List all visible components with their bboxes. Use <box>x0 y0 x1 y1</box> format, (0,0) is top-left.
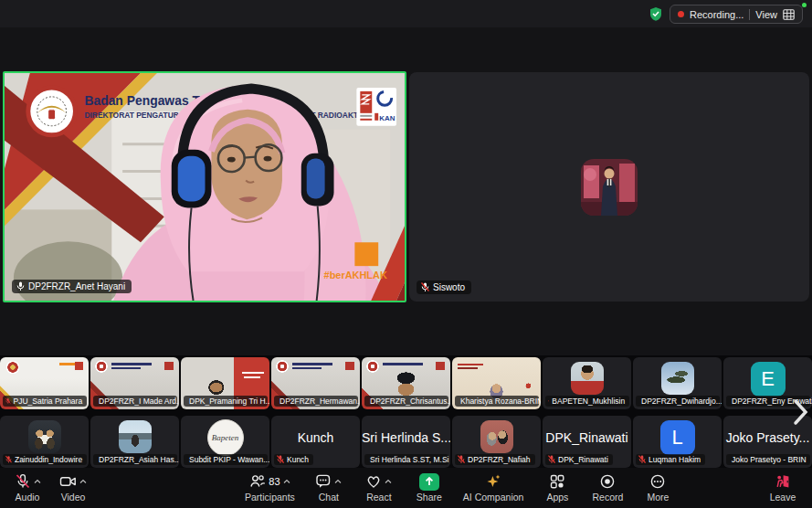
participant-display-name: Joko Prasety... <box>723 430 812 445</box>
participants-icon <box>249 473 266 490</box>
ai-companion-sparkle-icon <box>485 473 501 490</box>
participant-photo-avatar <box>480 420 513 453</box>
mic-icon <box>16 281 25 291</box>
audio-button[interactable]: Audio <box>7 471 47 505</box>
participant-initial-avatar: E <box>751 362 786 397</box>
participant-logo-avatar: Bapeten <box>207 419 244 456</box>
participant-name-tag: Kharistya Rozana-BRIN <box>455 396 539 407</box>
hashtag-text: #berAKHLAK <box>324 270 387 280</box>
participant-name-tag: Kunch <box>274 454 313 465</box>
participant-tile[interactable]: DPK_Pramaning Tri H... <box>181 357 269 409</box>
participant-display-name: Sri Herlinda S... <box>362 430 450 445</box>
muted-mic-icon <box>421 282 429 292</box>
muted-mic-icon <box>5 397 11 406</box>
participant-name-tag: DP2FRZR_Asiah Has... <box>93 454 177 465</box>
video-menu-caret-icon[interactable] <box>79 479 87 484</box>
react-menu-caret-icon[interactable] <box>385 479 392 484</box>
participant-tile[interactable]: Kunch Kunch <box>271 416 360 468</box>
zoom-meeting-window: Recording... View <box>0 0 812 508</box>
participant-photo-avatar <box>119 420 152 453</box>
muted-mic-icon <box>5 455 12 464</box>
participant-photo-avatar <box>571 362 604 395</box>
participant-avatar <box>581 159 638 216</box>
react-button[interactable]: React <box>359 471 399 505</box>
participant-video-siswoto[interactable]: Siswoto <box>409 72 809 302</box>
pill-divider <box>749 9 750 20</box>
participant-tile[interactable]: Kharistya Rozana-BRIN <box>452 357 541 409</box>
participants-button[interactable]: 83 Participants <box>241 471 299 505</box>
gallery-row: Zainuddin_Indowire DP2FRZR_Asiah Has... … <box>0 416 812 468</box>
participant-photo-avatar <box>28 420 61 453</box>
participant-tile[interactable]: PJU_Satria Prahara <box>0 357 89 409</box>
participant-tile[interactable]: DP2FRZR_I Made Ard... <box>90 357 179 409</box>
participant-name-tag: DP2FRZR_Nafiah <box>455 454 535 465</box>
participant-name-tag: DPK_Rinawati <box>545 454 613 465</box>
participant-name-tag: Zainuddin_Indowire <box>3 454 87 465</box>
participant-name-tag: DP2FRZR_Chrisantus... <box>364 396 448 407</box>
gallery-row: PJU_Satria Prahara DP2FRZR_I Made Ard... <box>0 357 812 409</box>
camera-icon <box>59 473 77 490</box>
leave-icon <box>775 473 791 490</box>
participant-name-tag: Luqman Hakim <box>636 454 705 465</box>
participant-tile[interactable]: BAPETEN_Mukhlisin <box>543 357 631 409</box>
participant-tile[interactable]: Zainuddin_Indowire <box>0 416 89 468</box>
participant-name-tag: BAPETEN_Mukhlisin <box>545 396 629 407</box>
participant-tile[interactable]: DP2FRZR_Dwihardjo... <box>633 357 722 409</box>
participant-name-tag: Joko Prasetyo - BRIN <box>726 454 810 465</box>
participant-tile[interactable]: DPK_Rinawati DPK_Rinawati <box>543 416 631 468</box>
speaker-name: DP2FRZR_Anet Hayani <box>28 281 125 291</box>
participant-name-tag: DPK_Pramaning Tri H... <box>184 396 268 407</box>
record-icon <box>599 473 616 490</box>
participant-name-tag: DP2FRZR_Dwihardjo... <box>636 396 720 407</box>
participant-tile[interactable]: L Luqman Hakim <box>633 416 722 468</box>
participants-menu-caret-icon[interactable] <box>283 479 290 484</box>
participant-tile[interactable]: Sri Herlinda S... Sri Herlinda S.ST, M.S… <box>362 416 450 468</box>
speaker-stage: Badan Pengawas Tenaga Nuklir DIREKTORAT … <box>0 27 812 350</box>
participant-display-name: Kunch <box>271 430 360 445</box>
participant-name-tag: Subdit PKIP - Wawan... <box>184 454 268 465</box>
audio-menu-caret-icon[interactable] <box>34 479 41 484</box>
speaker-name-tag: DP2FRZR_Anet Hayani <box>12 280 132 293</box>
muted-mic-icon <box>277 455 284 464</box>
participant-tile[interactable]: DP2FRZR_Hermawan... <box>271 357 360 409</box>
chat-menu-caret-icon[interactable] <box>334 479 342 484</box>
record-button[interactable]: Record <box>587 471 627 505</box>
participant-initial-avatar: L <box>660 420 695 455</box>
participant-tile[interactable]: DP2FRZR_Chrisantus... <box>362 357 450 409</box>
leave-button[interactable]: Leave <box>763 471 803 505</box>
share-screen-icon <box>419 473 439 491</box>
security-shield-icon[interactable] <box>649 6 663 22</box>
participant-name-tag: Siswoto <box>417 280 471 294</box>
active-speaker-video[interactable]: Badan Pengawas Tenaga Nuklir DIREKTORAT … <box>3 71 406 302</box>
participant-tile[interactable]: Bapeten Subdit PKIP - Wawan... <box>181 416 269 468</box>
recording-status: Recording... <box>690 9 743 20</box>
participant-tile[interactable]: DP2FRZR_Asiah Has... <box>90 416 179 468</box>
participant-name-tag: PJU_Satria Prahara <box>3 396 87 407</box>
next-page-chevron-icon[interactable] <box>791 397 809 427</box>
participant-tile[interactable]: DP2FRZR_Nafiah <box>452 416 541 468</box>
participants-count: 83 <box>269 476 279 487</box>
participant-name-tag: DP2FRZR_Hermawan... <box>274 396 358 407</box>
ai-companion-button[interactable]: AI Companion <box>459 471 528 505</box>
muted-mic-icon <box>548 397 549 406</box>
participant-display-name: DPK_Rinawati <box>543 430 631 445</box>
muted-mic-icon <box>638 455 646 464</box>
recording-view-pill: Recording... View <box>670 5 803 24</box>
kan-logo-text: KAN <box>379 114 395 122</box>
view-button-label[interactable]: View <box>755 9 777 20</box>
certification-logos: KAN <box>356 88 396 126</box>
participants-gallery: PJU_Satria Prahara DP2FRZR_I Made Ard... <box>0 355 812 468</box>
participant-name-tag: Sri Herlinda S.ST, M.Si <box>364 454 448 465</box>
more-ellipsis-icon <box>649 473 666 490</box>
top-bar: Recording... View <box>0 0 812 27</box>
view-grid-icon[interactable] <box>783 9 795 20</box>
apps-button[interactable]: Apps <box>537 471 577 505</box>
heart-icon <box>365 473 382 490</box>
share-button[interactable]: Share <box>409 471 449 505</box>
chat-button[interactable]: Chat <box>309 471 349 505</box>
speaker-virtual-background: Badan Pengawas Tenaga Nuklir DIREKTORAT … <box>5 73 405 301</box>
more-button[interactable]: More <box>638 471 678 505</box>
muted-mic-icon <box>548 455 555 464</box>
apps-icon <box>549 473 565 490</box>
video-button[interactable]: Video <box>53 471 93 505</box>
